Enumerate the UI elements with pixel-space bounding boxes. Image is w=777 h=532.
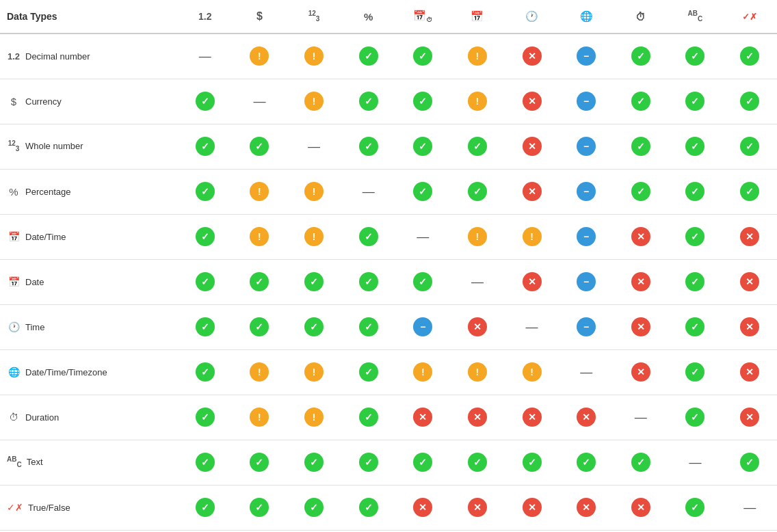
cell-check: ✓ (413, 272, 432, 291)
cell-datetime-whole: ! (287, 214, 341, 259)
cell-datetime-date: ! (450, 214, 505, 259)
cell-whole-currency: ✓ (233, 124, 287, 169)
cell-duration-tz: ✕ (559, 395, 614, 440)
cell-check: ✓ (359, 408, 378, 427)
cell-check: ✓ (468, 182, 487, 201)
cell-percentage-currency: ! (233, 169, 287, 214)
cell-check: ✓ (413, 137, 432, 156)
row-label-decimal: 1.2Decimal number (0, 34, 178, 79)
cell-cross: ✕ (740, 227, 759, 246)
cell-cross: ✕ (468, 498, 487, 517)
cell-check: ✓ (413, 92, 432, 111)
cell-check: ✓ (685, 46, 704, 66)
cell-date-currency: ✓ (233, 259, 287, 304)
cell-datetime-currency: ! (233, 214, 287, 259)
row-label-datetime: 📅Date/Time (0, 214, 178, 259)
row-label-tz: 🌐Date/Time/Timezone (0, 349, 178, 395)
cell-check: ✓ (196, 408, 215, 427)
cell-truefalse-currency: ✓ (233, 485, 287, 530)
cell-datetime-datetime: — (396, 214, 451, 259)
col-header-datetime: 📅⏱ (396, 0, 451, 34)
cell-cross: ✕ (523, 182, 542, 201)
cell-datetime-time: ! (505, 214, 559, 259)
cell-percentage-truefalse: ✓ (722, 169, 777, 214)
cell-time-duration: ✕ (614, 304, 668, 349)
cell-check: ✓ (196, 362, 215, 382)
table-row: ⏱Duration✓!!✓✕✕✕✕—✓✕ (0, 395, 777, 440)
cell-dash: — (526, 320, 538, 334)
cell-warning: ! (468, 46, 487, 66)
cell-dash: — (635, 410, 647, 424)
col-header-tz: 🌐 (559, 0, 614, 34)
cell-cross: ✕ (740, 272, 759, 291)
cell-date-tz: − (559, 259, 614, 304)
cell-truefalse-percent: ✓ (341, 485, 396, 530)
cell-tz-duration: ✕ (614, 349, 668, 395)
cell-tz-currency: ! (233, 349, 287, 395)
col-header-decimal: 1.2 (178, 0, 233, 34)
cell-decimal-date: ! (450, 34, 505, 79)
cell-check: ✓ (359, 317, 378, 336)
cell-check: ✓ (359, 453, 378, 472)
cell-check: ✓ (631, 182, 650, 201)
cell-text-decimal: ✓ (178, 440, 233, 485)
cell-check: ✓ (304, 453, 324, 472)
cell-percentage-percent: — (341, 169, 396, 214)
col-header-currency: $ (233, 0, 287, 34)
cell-duration-time: ✕ (505, 395, 559, 440)
cell-check: ✓ (359, 137, 378, 156)
cell-check: ✓ (631, 137, 650, 156)
cell-duration-date: ✕ (450, 395, 505, 440)
cell-tz-date: ! (450, 349, 505, 395)
table-row: 123Whole number✓✓—✓✓✓✕−✓✓✓ (0, 124, 777, 169)
cell-text-percent: ✓ (341, 440, 396, 485)
cell-cross: ✕ (468, 317, 487, 336)
cell-date-decimal: ✓ (178, 259, 233, 304)
cell-warning: ! (523, 362, 542, 382)
cell-cross: ✕ (740, 317, 759, 336)
cell-duration-duration: — (614, 395, 668, 440)
cell-datetime-decimal: ✓ (178, 214, 233, 259)
cell-tz-time: ! (505, 349, 559, 395)
cell-currency-currency: — (233, 79, 287, 124)
cell-check: ✓ (685, 137, 704, 156)
cell-truefalse-text: ✓ (668, 485, 723, 530)
cell-decimal-text: ✓ (668, 34, 723, 79)
col-header-text: ABC (668, 0, 723, 34)
cell-text-currency: ✓ (233, 440, 287, 485)
cell-text-text: — (668, 440, 723, 485)
cell-currency-text: ✓ (668, 79, 723, 124)
cell-warning: ! (250, 227, 269, 246)
cell-decimal-tz: − (559, 34, 614, 79)
cell-warning: ! (250, 408, 269, 427)
cell-dash: — (689, 455, 701, 469)
cell-duration-percent: ✓ (341, 395, 396, 440)
cell-check: ✓ (250, 272, 269, 291)
col-header-whole: 123 (287, 0, 341, 34)
cell-minus: − (577, 227, 596, 246)
cell-cross: ✕ (631, 227, 650, 246)
cell-decimal-percent: ✓ (341, 34, 396, 79)
cell-whole-whole: — (287, 124, 341, 169)
table-row: 📅Date/Time✓!!✓—!!−✕✓✕ (0, 214, 777, 259)
cell-check: ✓ (196, 227, 215, 246)
cell-tz-text: ✓ (668, 349, 723, 395)
col-header-duration: ⏱ (614, 0, 668, 34)
cell-text-tz: ✓ (559, 440, 614, 485)
cell-check: ✓ (685, 182, 704, 201)
cell-dash: — (417, 230, 429, 243)
cell-datetime-truefalse: ✕ (722, 214, 777, 259)
cell-decimal-currency: ! (233, 34, 287, 79)
cell-decimal-truefalse: ✓ (722, 34, 777, 79)
cell-duration-text: ✓ (668, 395, 723, 440)
cell-date-percent: ✓ (341, 259, 396, 304)
cell-check: ✓ (740, 137, 759, 156)
cell-whole-decimal: ✓ (178, 124, 233, 169)
cell-check: ✓ (250, 137, 269, 156)
cell-cross: ✕ (523, 498, 542, 517)
cell-minus: − (577, 182, 596, 201)
col-header-date: 📅 (450, 0, 505, 34)
cell-duration-currency: ! (233, 395, 287, 440)
cell-warning: ! (304, 362, 324, 382)
cell-truefalse-time: ✕ (505, 485, 559, 530)
